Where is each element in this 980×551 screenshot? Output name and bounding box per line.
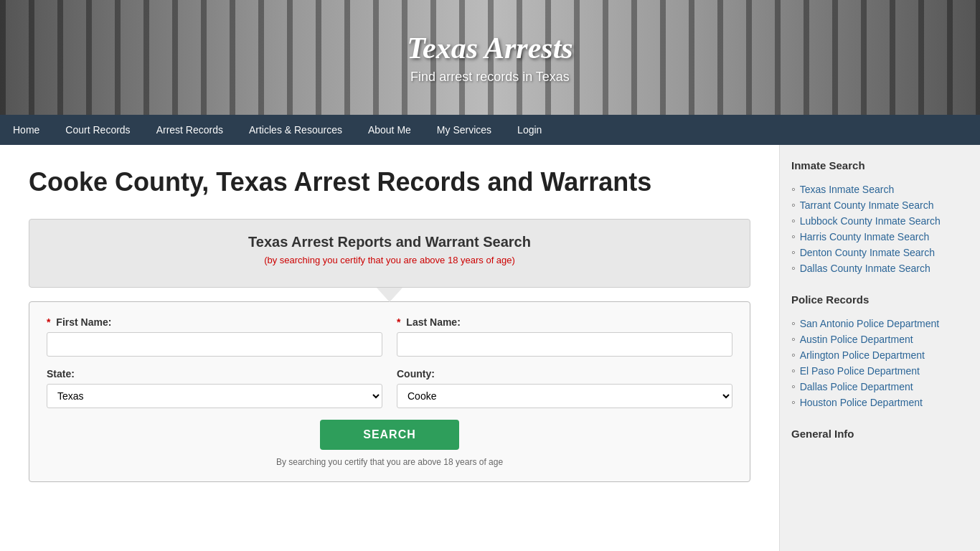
main-nav: Home Court Records Arrest Records Articl… <box>0 115 980 145</box>
site-subtitle: Find arrest records in Texas <box>407 70 573 85</box>
inmate-search-list: Texas Inmate Search Tarrant County Inmat… <box>791 182 969 276</box>
inmate-link-dallas[interactable]: Dallas County Inmate Search <box>800 263 930 274</box>
location-row: State: Texas Alabama Alaska County: Cook… <box>47 368 732 408</box>
police-link-elpaso[interactable]: El Paso Police Department <box>800 365 920 377</box>
state-group: State: Texas Alabama Alaska <box>47 368 382 408</box>
search-box-subtitle: (by searching you certify that you are a… <box>51 255 728 265</box>
police-link-austin[interactable]: Austin Police Department <box>800 334 913 345</box>
nav-about[interactable]: About Me <box>355 115 424 145</box>
site-title: Texas Arrests <box>407 31 573 65</box>
county-label: County: <box>397 368 732 380</box>
nav-arrest-records[interactable]: Arrest Records <box>143 115 236 145</box>
state-label: State: <box>47 368 382 380</box>
list-item: Tarrant County Inmate Search <box>791 197 969 213</box>
nav-articles[interactable]: Articles & Resources <box>236 115 355 145</box>
name-row: * First Name: * Last Name: <box>47 316 732 357</box>
list-item: Dallas Police Department <box>791 379 969 395</box>
page-wrapper: Cooke County, Texas Arrest Records and W… <box>0 145 980 551</box>
police-link-houston[interactable]: Houston Police Department <box>800 397 923 408</box>
police-records-heading: Police Records <box>791 293 969 309</box>
inmate-link-denton[interactable]: Denton County Inmate Search <box>800 247 935 258</box>
police-link-dallas[interactable]: Dallas Police Department <box>800 381 913 392</box>
list-item: Texas Inmate Search <box>791 182 969 197</box>
list-item: Arlington Police Department <box>791 347 969 363</box>
list-item: El Paso Police Department <box>791 363 969 379</box>
last-name-input[interactable] <box>397 332 732 357</box>
police-link-san-antonio[interactable]: San Antonio Police Department <box>800 318 940 329</box>
page-title: Cooke County, Texas Arrest Records and W… <box>29 166 750 197</box>
list-item: San Antonio Police Department <box>791 316 969 331</box>
search-box-title: Texas Arrest Reports and Warrant Search <box>51 234 728 250</box>
general-info-heading: General Info <box>791 428 969 443</box>
inmate-link-tarrant[interactable]: Tarrant County Inmate Search <box>800 199 934 211</box>
search-form: * First Name: * Last Name: <box>47 316 732 467</box>
police-records-list: San Antonio Police Department Austin Pol… <box>791 316 969 410</box>
inmate-search-heading: Inmate Search <box>791 159 969 174</box>
state-select[interactable]: Texas Alabama Alaska <box>47 384 382 408</box>
first-name-required-star: * <box>47 316 50 328</box>
list-item: Harris County Inmate Search <box>791 229 969 245</box>
nav-login[interactable]: Login <box>504 115 555 145</box>
search-form-container: * First Name: * Last Name: <box>29 301 750 482</box>
list-item: Lubbock County Inmate Search <box>791 213 969 229</box>
site-header: Texas Arrests Find arrest records in Tex… <box>0 0 980 115</box>
list-item: Austin Police Department <box>791 331 969 347</box>
first-name-input[interactable] <box>47 332 382 357</box>
arrow-down-icon <box>377 288 402 302</box>
search-outer-box: Texas Arrest Reports and Warrant Search … <box>29 219 750 288</box>
county-group: County: Cooke Dallas Harris <box>397 368 732 408</box>
list-item: Denton County Inmate Search <box>791 245 969 260</box>
last-name-required-star: * <box>397 316 400 328</box>
list-item: Houston Police Department <box>791 395 969 410</box>
search-note: By searching you certify that you are ab… <box>47 457 732 467</box>
nav-court-records[interactable]: Court Records <box>52 115 143 145</box>
county-select[interactable]: Cooke Dallas Harris <box>397 384 732 408</box>
inmate-link-lubbock[interactable]: Lubbock County Inmate Search <box>800 215 941 227</box>
police-link-arlington[interactable]: Arlington Police Department <box>800 349 925 361</box>
search-button[interactable]: SEARCH <box>320 420 459 450</box>
sidebar: Inmate Search Texas Inmate Search Tarran… <box>779 145 980 551</box>
main-content: Cooke County, Texas Arrest Records and W… <box>0 145 779 551</box>
list-item: Dallas County Inmate Search <box>791 260 969 276</box>
nav-services[interactable]: My Services <box>424 115 504 145</box>
first-name-group: * First Name: <box>47 316 382 357</box>
inmate-link-harris[interactable]: Harris County Inmate Search <box>800 231 930 242</box>
nav-home[interactable]: Home <box>0 115 52 145</box>
first-name-label: * First Name: <box>47 316 382 328</box>
last-name-group: * Last Name: <box>397 316 732 357</box>
inmate-link-texas[interactable]: Texas Inmate Search <box>800 184 895 195</box>
last-name-label: * Last Name: <box>397 316 732 328</box>
